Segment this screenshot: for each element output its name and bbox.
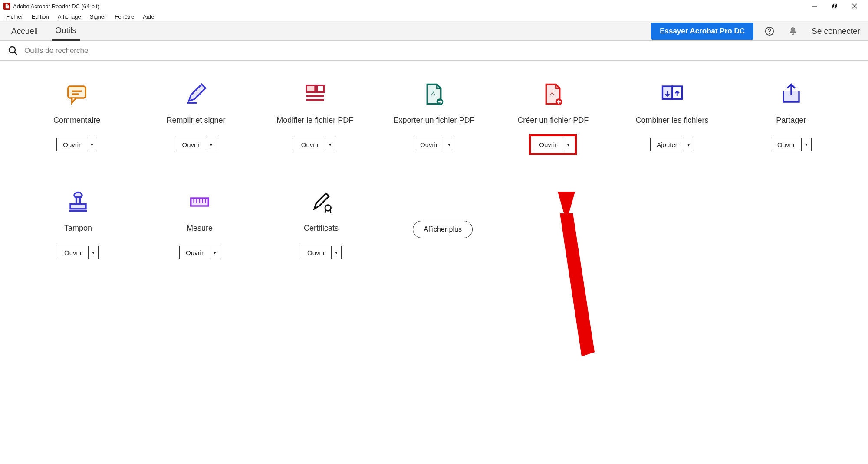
tool-label: Tampon: [64, 219, 92, 238]
open-button[interactable]: Ouvrir: [180, 246, 210, 259]
search-input[interactable]: [24, 46, 198, 55]
tool-action-group: Ouvrir ▼: [301, 246, 342, 259]
create-pdf-icon: 人: [540, 82, 566, 106]
svg-rect-27: [70, 204, 86, 209]
chevron-down-icon[interactable]: ▼: [332, 246, 341, 259]
tool-mesure: Mesure Ouvrir ▼: [156, 190, 243, 268]
menu-fichier[interactable]: Fichier: [2, 13, 27, 21]
tool-action-group: Ouvrir ▼: [56, 138, 97, 151]
menu-edition[interactable]: Edition: [27, 13, 53, 21]
tool-action-group: Ouvrir ▼: [771, 138, 812, 151]
chevron-down-icon[interactable]: ▼: [87, 138, 97, 151]
svg-rect-2: [834, 4, 837, 7]
tool-label: Mesure: [187, 219, 213, 238]
tab-accueil[interactable]: Accueil: [8, 22, 41, 40]
signin-link[interactable]: Se connecter: [812, 26, 860, 36]
tool-label: Partager: [776, 111, 806, 130]
tool-label: Commentaire: [53, 111, 100, 130]
svg-rect-1: [833, 5, 836, 8]
search-icon: [8, 46, 18, 56]
pen-icon: [183, 82, 209, 106]
tool-action-group: Ouvrir ▼: [58, 246, 99, 259]
tool-action-group: Ouvrir ▼: [414, 138, 454, 151]
svg-line-8: [14, 52, 17, 55]
tool-combiner: Combiner les fichiers Ajouter ▼: [630, 82, 714, 151]
open-button[interactable]: Ouvrir: [533, 138, 563, 151]
tool-row-2: Tampon Ouvrir ▼ Mesure Ouvrir ▼ Certific…: [17, 190, 851, 268]
notification-icon[interactable]: [786, 24, 800, 39]
open-button[interactable]: Ouvrir: [176, 138, 207, 151]
menu-signer[interactable]: Signer: [85, 13, 111, 21]
menu-fenetre[interactable]: Fenêtre: [110, 13, 138, 21]
tool-label: Remplir et signer: [166, 111, 225, 130]
window-title: Adobe Acrobat Reader DC (64-bit): [13, 3, 99, 10]
open-button[interactable]: Ouvrir: [58, 246, 89, 259]
share-icon: [778, 82, 804, 106]
svg-rect-26: [76, 197, 80, 204]
tool-modifier-pdf: Modifier le fichier PDF Ouvrir ▼: [273, 82, 357, 151]
tool-action-group: Ouvrir ▼: [533, 138, 573, 151]
chevron-down-icon[interactable]: ▼: [444, 138, 454, 151]
tool-certificats: Certificats Ouvrir ▼: [278, 190, 365, 268]
search-row: [0, 41, 868, 61]
chevron-down-icon[interactable]: ▼: [802, 138, 811, 151]
tool-label: Combiner les fichiers: [636, 111, 709, 130]
open-button[interactable]: Ouvrir: [414, 138, 444, 151]
chevron-down-icon[interactable]: ▼: [89, 246, 98, 259]
tool-label: Exporter un fichier PDF: [393, 111, 474, 130]
svg-point-7: [9, 47, 15, 53]
menu-affichage[interactable]: Affichage: [53, 13, 85, 21]
tool-partager: Partager Ouvrir ▼: [749, 82, 833, 151]
tool-action-group: Ouvrir ▼: [295, 138, 335, 151]
svg-point-6: [769, 33, 769, 33]
tool-label: Modifier le fichier PDF: [276, 111, 353, 130]
svg-rect-9: [68, 86, 86, 98]
tool-remplir-signer: Remplir et signer Ouvrir ▼: [154, 82, 238, 151]
export-pdf-icon: 人: [421, 82, 447, 106]
chevron-down-icon[interactable]: ▼: [563, 138, 573, 151]
app-icon: [3, 3, 10, 10]
menu-aide[interactable]: Aide: [138, 13, 158, 21]
combine-files-icon: [659, 82, 685, 106]
stamp-icon: [65, 190, 91, 214]
tools-area: Commentaire Ouvrir ▼ Remplir et signer O…: [0, 61, 868, 329]
show-more-wrap: Afficher plus: [399, 190, 486, 268]
ruler-icon: [187, 190, 213, 214]
chevron-down-icon[interactable]: ▼: [684, 138, 694, 151]
open-button[interactable]: Ouvrir: [295, 138, 326, 151]
chevron-down-icon[interactable]: ▼: [206, 138, 216, 151]
tool-commentaire: Commentaire Ouvrir ▼: [35, 82, 119, 151]
certificate-icon: [308, 190, 334, 214]
minimize-button[interactable]: [805, 0, 825, 12]
chevron-down-icon[interactable]: ▼: [210, 246, 220, 259]
svg-text:人: 人: [431, 90, 435, 95]
tool-exporter-pdf: 人 Exporter un fichier PDF Ouvrir ▼: [392, 82, 476, 151]
open-button[interactable]: Ouvrir: [57, 138, 87, 151]
edit-document-icon: [302, 82, 328, 106]
svg-rect-13: [306, 85, 315, 92]
chevron-down-icon[interactable]: ▼: [326, 138, 335, 151]
tool-action-group: Ouvrir ▼: [176, 138, 217, 151]
show-more-button[interactable]: Afficher plus: [413, 221, 473, 238]
tabbar: Accueil Outils Essayer Acrobat Pro DC Se…: [0, 22, 868, 41]
tool-tampon: Tampon Ouvrir ▼: [35, 190, 122, 268]
open-button[interactable]: Ouvrir: [771, 138, 802, 151]
svg-rect-14: [317, 85, 324, 92]
tool-action-group: Ajouter ▼: [650, 138, 694, 151]
tool-action-group: Ouvrir ▼: [179, 246, 220, 259]
add-button[interactable]: Ajouter: [651, 138, 684, 151]
tab-outils[interactable]: Outils: [52, 21, 80, 41]
open-button[interactable]: Ouvrir: [301, 246, 332, 259]
maximize-button[interactable]: [825, 0, 845, 12]
tool-label: Créer un fichier PDF: [517, 111, 589, 130]
tool-label: Certificats: [304, 219, 339, 238]
help-icon[interactable]: [762, 24, 777, 39]
tool-row-1: Commentaire Ouvrir ▼ Remplir et signer O…: [17, 82, 851, 151]
close-button[interactable]: [845, 0, 865, 12]
svg-text:人: 人: [550, 90, 555, 95]
tool-creer-pdf: 人 Créer un fichier PDF Ouvrir ▼: [511, 82, 595, 151]
titlebar: Adobe Acrobat Reader DC (64-bit): [0, 0, 868, 12]
try-pro-button[interactable]: Essayer Acrobat Pro DC: [651, 23, 753, 40]
comment-icon: [64, 82, 90, 106]
menubar: Fichier Edition Affichage Signer Fenêtre…: [0, 12, 868, 22]
